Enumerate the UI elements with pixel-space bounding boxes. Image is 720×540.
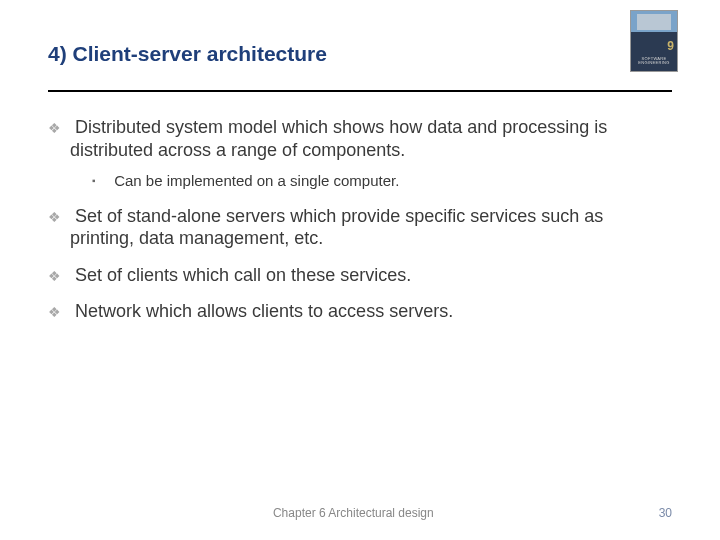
- slide-footer: Chapter 6 Architectural design 30: [0, 506, 720, 520]
- list-item: Set of stand-alone servers which provide…: [48, 205, 672, 250]
- bullet-text: Distributed system model which shows how…: [70, 117, 607, 160]
- page-number: 30: [659, 506, 672, 520]
- list-item: Network which allows clients to access s…: [48, 300, 672, 323]
- content-area: Distributed system model which shows how…: [48, 116, 672, 323]
- bullet-text: Set of stand-alone servers which provide…: [70, 206, 603, 249]
- list-item: Set of clients which call on these servi…: [48, 264, 672, 287]
- slide-title: 4) Client-server architecture: [48, 38, 630, 66]
- chapter-label: Chapter 6 Architectural design: [48, 506, 659, 520]
- header-row: 4) Client-server architecture 9 SOFTWARE…: [48, 38, 672, 72]
- bullet-list: Distributed system model which shows how…: [48, 116, 672, 323]
- book-cover-thumbnail: 9 SOFTWARE ENGINEERING: [630, 10, 678, 72]
- list-item: Distributed system model which shows how…: [48, 116, 672, 191]
- sub-list-item: Can be implemented on a single computer.: [70, 171, 672, 191]
- title-underline: [48, 90, 672, 92]
- bullet-text: Network which allows clients to access s…: [75, 301, 453, 321]
- slide: 4) Client-server architecture 9 SOFTWARE…: [0, 0, 720, 540]
- book-cover-label: SOFTWARE ENGINEERING: [633, 57, 675, 65]
- sub-bullet-list: Can be implemented on a single computer.: [70, 171, 672, 191]
- book-edition-number: 9: [667, 39, 674, 53]
- sub-bullet-text: Can be implemented on a single computer.: [114, 172, 399, 189]
- bullet-text: Set of clients which call on these servi…: [75, 265, 411, 285]
